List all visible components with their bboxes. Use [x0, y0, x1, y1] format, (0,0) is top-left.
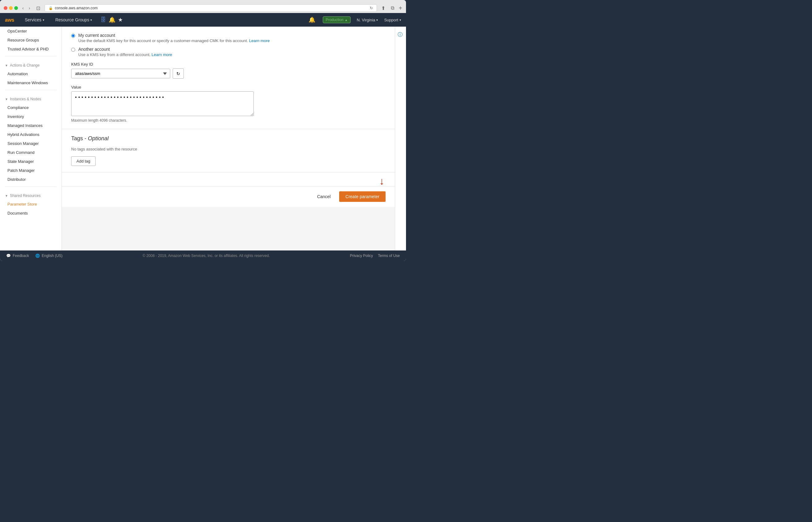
value-label: Value [71, 85, 386, 89]
notification-bell-icon[interactable]: 🔔 [309, 16, 315, 23]
sidebar-item-automation[interactable]: Automation [0, 69, 62, 78]
cancel-button[interactable]: Cancel [312, 192, 336, 202]
sidebar-item-hybrid-activations[interactable]: Hybrid Activations [0, 130, 62, 139]
services-chevron-icon: ▾ [43, 18, 44, 22]
resource-groups-chevron-icon: ▾ [90, 18, 92, 22]
share-button[interactable]: ⬆ [379, 5, 387, 12]
star-icon[interactable]: ★ [118, 16, 123, 23]
arrow-indicator: ↓ [379, 176, 384, 186]
feedback-icon: 💬 [6, 254, 11, 258]
kms-section: My current account Use the default KMS k… [62, 27, 395, 129]
actions-triangle-icon: ▼ [5, 64, 8, 67]
tags-title: Tags - Optional [71, 135, 386, 142]
kms-key-label: KMS Key ID [71, 62, 386, 66]
db-icon[interactable]: 🗄 [101, 17, 106, 23]
sidebar-item-inventory[interactable]: Inventory [0, 112, 62, 121]
sidebar-item-state-manager[interactable]: State Manager [0, 157, 62, 166]
new-tab-button[interactable]: + [399, 5, 402, 12]
privacy-policy-link[interactable]: Privacy Policy [350, 254, 373, 258]
instances-triangle-icon: ▼ [5, 98, 8, 101]
create-parameter-button[interactable]: Create parameter [339, 191, 386, 202]
sidebar-item-opscenter[interactable]: OpsCenter [0, 27, 62, 36]
reload-icon[interactable]: ↻ [370, 6, 373, 10]
support-chevron-icon: ▾ [399, 18, 401, 22]
my-account-radio[interactable] [71, 34, 75, 38]
resource-groups-nav[interactable]: Resource Groups ▾ [53, 16, 95, 23]
main-content: My current account Use the default KMS k… [62, 27, 395, 250]
section-header-instances: ▼ Instances & Nodes [0, 93, 62, 103]
shared-triangle-icon: ▼ [5, 194, 8, 198]
svg-text:aws: aws [5, 17, 14, 23]
tags-section: Tags - Optional No tags associated with … [62, 129, 395, 173]
char-limit-text: Maximum length 4096 characters. [71, 118, 386, 123]
sidebar-item-session-manager[interactable]: Session Manager [0, 139, 62, 148]
another-account-option: Another account Use a KMS key from a dif… [71, 47, 386, 57]
globe-icon: 🌐 [35, 254, 40, 258]
sidebar-item-resource-groups[interactable]: Resource Groups [0, 36, 62, 45]
feedback-button[interactable]: 💬 Feedback [6, 254, 29, 258]
footer-right: Privacy Policy Terms of Use [350, 254, 400, 258]
lock-icon: 🔒 [48, 6, 53, 10]
sidebar-toggle-button[interactable]: ⊡ [34, 5, 42, 12]
aws-logo[interactable]: aws [5, 16, 16, 23]
sidebar-item-trusted-advisor[interactable]: Trusted Advisor & PHD [0, 45, 62, 54]
region-selector[interactable]: N. Virginia ▾ [357, 18, 378, 22]
kms-refresh-button[interactable]: ↻ [173, 68, 184, 79]
my-account-option: My current account Use the default KMS k… [71, 33, 386, 43]
kms-key-row: alias/aws/ssm ↻ [71, 68, 386, 79]
top-navigation: aws Services ▾ Resource Groups ▾ 🗄 🔔 ★ 🔔… [0, 13, 406, 27]
action-bar: Cancel Create parameter [62, 186, 395, 207]
support-menu[interactable]: Support ▾ [384, 18, 401, 22]
section-header-actions: ▼ Actions & Change [0, 59, 62, 69]
sidebar-item-documents[interactable]: Documents [0, 209, 62, 218]
sidebar: OpsCenter Resource Groups Trusted Adviso… [0, 27, 62, 250]
nav-icons: 🗄 🔔 ★ [101, 16, 123, 23]
sidebar-item-compliance[interactable]: Compliance [0, 103, 62, 112]
footer-left: 💬 Feedback 🌐 English (US) [6, 254, 63, 258]
kms-key-select[interactable]: alias/aws/ssm [71, 69, 170, 78]
services-nav[interactable]: Services ▾ [22, 16, 47, 23]
bell-nav-icon[interactable]: 🔔 [109, 16, 116, 23]
region-chevron-icon: ▾ [376, 18, 378, 22]
environment-badge[interactable]: Production ▲ [323, 16, 350, 23]
terms-of-use-link[interactable]: Terms of Use [378, 254, 400, 258]
my-account-learn-more-link[interactable]: Learn more [249, 38, 270, 43]
sidebar-item-managed-instances[interactable]: Managed Instances [0, 121, 62, 130]
language-selector[interactable]: 🌐 English (US) [35, 254, 63, 258]
another-account-radio[interactable] [71, 48, 75, 52]
forward-button[interactable]: › [27, 5, 32, 11]
back-button[interactable]: ‹ [20, 5, 26, 11]
fullscreen-button[interactable]: ⧉ [389, 5, 396, 12]
sidebar-item-distributor[interactable]: Distributor [0, 175, 62, 184]
section-header-shared: ▼ Shared Resources [0, 189, 62, 200]
sidebar-item-maintenance-windows[interactable]: Maintenance Windows [0, 78, 62, 87]
no-tags-text: No tags associated with the resource [71, 147, 386, 152]
footer: 💬 Feedback 🌐 English (US) © 2008 - 2019,… [0, 250, 406, 261]
value-textarea[interactable]: •••••••••••••••••••••••••••• [71, 91, 254, 116]
url-text: console.aws.amazon.com [55, 6, 98, 10]
add-tag-button[interactable]: Add tag [71, 156, 96, 166]
sidebar-item-parameter-store[interactable]: Parameter Store [0, 200, 62, 209]
footer-copyright: © 2008 - 2019, Amazon Web Services, Inc.… [69, 254, 344, 258]
another-account-learn-more-link[interactable]: Learn more [152, 52, 172, 57]
production-chevron-icon: ▲ [345, 18, 348, 22]
info-icon[interactable]: ⓘ [398, 32, 402, 37]
sidebar-item-run-command[interactable]: Run Command [0, 148, 62, 157]
sidebar-item-patch-manager[interactable]: Patch Manager [0, 166, 62, 175]
